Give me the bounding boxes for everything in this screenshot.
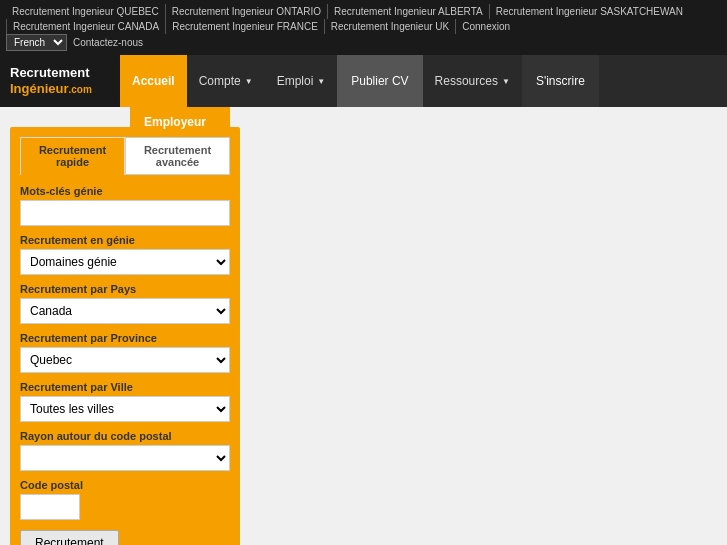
label-domaine: Recrutement en génie (20, 234, 230, 246)
top-bar-right: French English Contactez-nous (6, 34, 143, 51)
contact-link[interactable]: Contactez-nous (73, 37, 143, 48)
main-content: Recrutement rapide Recrutement avancée M… (0, 107, 727, 545)
select-pays[interactable]: Canada (20, 298, 230, 324)
input-mots-cles[interactable] (20, 200, 230, 226)
top-bar-links: Recrutement Ingenieur QUEBEC Recrutement… (6, 4, 721, 34)
select-ville[interactable]: Toutes les villes (20, 396, 230, 422)
nav-item-ressources[interactable]: Ressources▼ (423, 55, 522, 107)
nav-item-inscrire[interactable]: S'inscrire (522, 55, 599, 107)
nav-item-emploi[interactable]: Emploi▼ (265, 55, 338, 107)
link-connexion[interactable]: Connexion (455, 19, 516, 34)
search-panel: Recrutement rapide Recrutement avancée M… (10, 127, 240, 545)
nav-item-publier[interactable]: Publier CV (337, 55, 422, 107)
label-mots-cles: Mots-clés génie (20, 185, 230, 197)
nav-bar: Recrutement Ingénieur.com Accueil Compte… (0, 55, 727, 107)
label-code-postal: Code postal (20, 479, 230, 491)
nav-dropdown: Employeur (130, 107, 230, 137)
search-button[interactable]: Recrutement (20, 530, 119, 545)
tab-rapide[interactable]: Recrutement rapide (20, 137, 125, 175)
label-ville: Recrutement par Ville (20, 381, 230, 393)
top-bar: Recrutement Ingenieur QUEBEC Recrutement… (0, 0, 727, 55)
language-select[interactable]: French English (6, 34, 67, 51)
nav-item-compte[interactable]: Compte▼ (187, 55, 265, 107)
link-france[interactable]: Recrutement Ingenieur FRANCE (165, 19, 324, 34)
dropdown-item-employeur[interactable]: Employeur (130, 107, 230, 137)
link-ontario[interactable]: Recrutement Ingenieur ONTARIO (165, 4, 327, 19)
link-alberta[interactable]: Recrutement Ingenieur ALBERTA (327, 4, 489, 19)
logo[interactable]: Recrutement Ingénieur.com (0, 55, 120, 107)
select-province[interactable]: Quebec (20, 347, 230, 373)
tab-avancee[interactable]: Recrutement avancée (125, 137, 230, 175)
label-pays: Recrutement par Pays (20, 283, 230, 295)
select-rayon[interactable] (20, 445, 230, 471)
label-province: Recrutement par Province (20, 332, 230, 344)
logo-text: Recrutement Ingénieur.com (10, 65, 92, 96)
link-canada[interactable]: Recrutement Ingenieur CANADA (6, 19, 165, 34)
label-rayon: Rayon autour du code postal (20, 430, 230, 442)
nav-item-accueil[interactable]: Accueil (120, 55, 187, 107)
link-uk[interactable]: Recrutement Ingenieur UK (324, 19, 455, 34)
link-quebec[interactable]: Recrutement Ingenieur QUEBEC (6, 4, 165, 19)
nav-wrapper: Recrutement Ingénieur.com Accueil Compte… (0, 55, 727, 107)
link-ingenieur[interactable]: Recrutement Ingenieur SASKATCHEWAN (489, 4, 689, 19)
tab-row: Recrutement rapide Recrutement avancée (20, 137, 230, 175)
select-domaine[interactable]: Domaines génie (20, 249, 230, 275)
input-code-postal[interactable] (20, 494, 80, 520)
nav-menu: Accueil Compte▼ Emploi▼ Publier CV Resso… (120, 55, 599, 107)
